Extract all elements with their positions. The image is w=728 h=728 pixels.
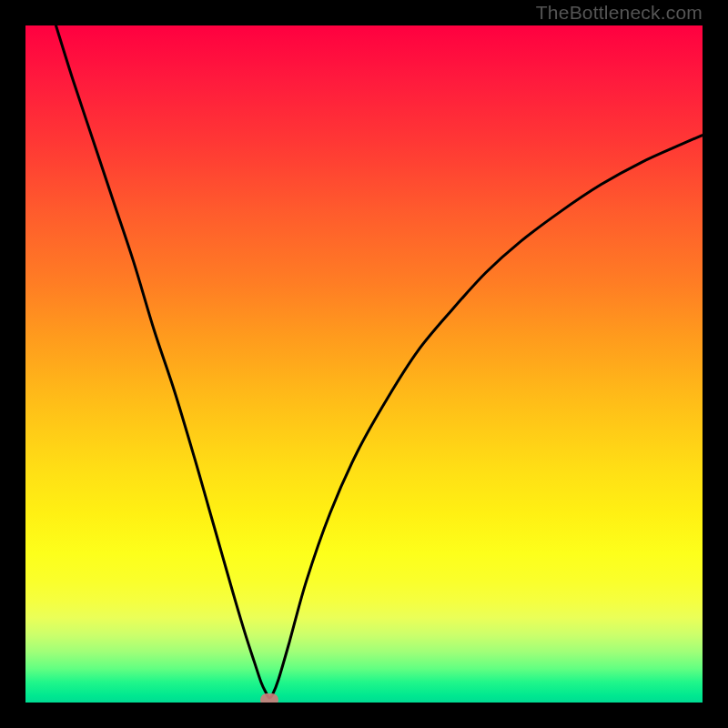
chart-frame: TheBottleneck.com bbox=[0, 0, 728, 728]
bottleneck-curve bbox=[56, 25, 703, 698]
plot-area bbox=[25, 25, 703, 703]
curve-svg bbox=[25, 25, 703, 703]
attribution-label: TheBottleneck.com bbox=[536, 2, 703, 24]
optimal-point-marker bbox=[260, 693, 278, 703]
